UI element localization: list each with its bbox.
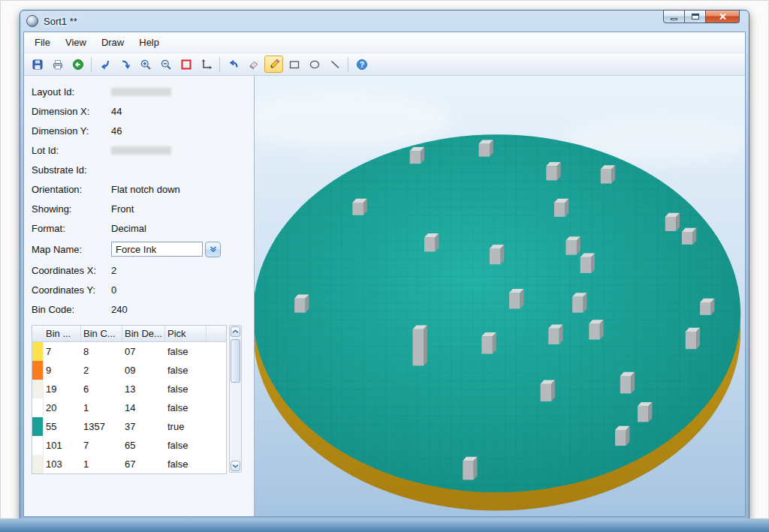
scroll-down-icon bbox=[232, 464, 239, 468]
property-label: Map Name: bbox=[32, 244, 111, 255]
header-swatch-column[interactable] bbox=[32, 326, 44, 341]
redacted-value bbox=[111, 146, 171, 155]
table-row[interactable]: 20114false bbox=[32, 398, 226, 417]
property-lot-id: Lot Id: bbox=[32, 140, 248, 160]
pencil-icon bbox=[268, 59, 280, 71]
table-cell: 103 bbox=[44, 455, 81, 473]
wafer-3d-render[interactable] bbox=[255, 76, 745, 516]
bin-table-header: Bin ... Bin C... Bin De... Pick bbox=[32, 326, 226, 342]
scroll-down-button[interactable] bbox=[231, 461, 240, 471]
scroll-up-button[interactable] bbox=[231, 326, 240, 337]
table-row[interactable]: 101765false bbox=[32, 436, 226, 455]
zoom-out-button[interactable] bbox=[156, 56, 175, 73]
property-value: 2 bbox=[111, 265, 116, 276]
app-icon bbox=[26, 15, 38, 27]
property-showing: Showing: Front bbox=[32, 199, 248, 218]
minimize-icon bbox=[671, 18, 677, 20]
table-cell: true bbox=[165, 417, 207, 436]
header-bin-count[interactable]: Bin C... bbox=[81, 326, 122, 341]
wafer-view[interactable] bbox=[255, 76, 745, 516]
line-tool-button[interactable] bbox=[325, 56, 344, 73]
property-coordinates-y: Coordinates Y: 0 bbox=[32, 280, 248, 299]
rotate-tool-button[interactable] bbox=[116, 56, 134, 73]
table-row[interactable]: 103167false bbox=[32, 455, 226, 473]
maximize-button[interactable] bbox=[685, 10, 706, 23]
table-cell: false bbox=[165, 455, 207, 473]
property-label: Coordinates X: bbox=[32, 265, 111, 276]
eraser-button[interactable] bbox=[244, 56, 263, 73]
property-orientation: Orientation: Flat notch down bbox=[32, 179, 248, 199]
table-cell: 55 bbox=[44, 417, 81, 436]
chevron-down-icon bbox=[210, 246, 217, 252]
save-icon bbox=[32, 59, 44, 71]
table-row[interactable]: 9209false bbox=[32, 361, 226, 380]
menu-file[interactable]: File bbox=[28, 35, 57, 50]
back-button[interactable] bbox=[68, 56, 87, 73]
table-row[interactable]: 55135737true bbox=[32, 417, 226, 436]
undo-button[interactable] bbox=[224, 56, 243, 73]
undo-icon bbox=[228, 59, 240, 71]
axis-button[interactable] bbox=[197, 56, 216, 73]
zoom-in-button[interactable] bbox=[136, 56, 155, 73]
table-cell: 37 bbox=[122, 417, 165, 436]
property-value: Flat notch down bbox=[111, 184, 180, 195]
table-row[interactable]: 7807false bbox=[32, 342, 226, 361]
titlebar[interactable]: Sort1 ** bbox=[23, 11, 746, 32]
select-region-button[interactable] bbox=[176, 56, 195, 73]
table-cell: false bbox=[165, 398, 207, 417]
pencil-button[interactable] bbox=[264, 56, 283, 73]
menu-view[interactable]: View bbox=[59, 35, 93, 50]
ellipse-tool-button[interactable] bbox=[305, 56, 324, 73]
redacted-value bbox=[111, 88, 171, 96]
line-icon bbox=[329, 59, 341, 71]
help-button[interactable]: ? bbox=[352, 56, 371, 73]
property-value: 46 bbox=[111, 125, 122, 137]
property-dimension-x: Dimension X: 44 bbox=[32, 101, 248, 121]
table-cell: false bbox=[165, 380, 207, 398]
property-format: Format: Decimal bbox=[32, 218, 248, 238]
print-icon bbox=[52, 59, 64, 71]
bin-color-swatch bbox=[32, 361, 44, 380]
zoom-in-icon bbox=[140, 59, 152, 71]
header-bin[interactable]: Bin ... bbox=[44, 326, 81, 341]
flip-tool-button[interactable] bbox=[95, 56, 114, 73]
bin-color-swatch bbox=[32, 455, 44, 473]
menubar: File View Draw Help bbox=[24, 32, 745, 53]
back-icon bbox=[72, 59, 84, 71]
close-button[interactable] bbox=[706, 10, 740, 23]
eraser-icon bbox=[248, 59, 260, 71]
menu-help[interactable]: Help bbox=[132, 35, 166, 50]
map-name-field[interactable]: Force Ink bbox=[111, 242, 203, 257]
table-cell: 20 bbox=[44, 398, 81, 417]
bin-color-swatch bbox=[32, 342, 44, 361]
header-pick[interactable]: Pick bbox=[165, 326, 207, 341]
print-button[interactable] bbox=[48, 56, 67, 73]
table-cell: 07 bbox=[122, 342, 165, 361]
map-name-dropdown-button[interactable] bbox=[205, 242, 221, 257]
property-label: Substrate Id: bbox=[32, 164, 111, 176]
table-cell: 101 bbox=[44, 436, 81, 455]
bin-table: Bin ... Bin C... Bin De... Pick 7807fals… bbox=[32, 325, 227, 474]
property-label: Bin Code: bbox=[32, 304, 111, 315]
table-cell: false bbox=[165, 342, 207, 361]
table-cell: 6 bbox=[81, 380, 122, 398]
scrollbar-thumb[interactable] bbox=[231, 339, 240, 383]
rectangle-tool-button[interactable] bbox=[285, 56, 303, 73]
property-value: 240 bbox=[111, 304, 128, 315]
table-cell: 1357 bbox=[81, 417, 122, 436]
main-content: Layout Id: Dimension X: 44 Dimension Y: … bbox=[24, 76, 745, 516]
table-row[interactable]: 19613false bbox=[32, 380, 226, 398]
toolbar: ? bbox=[24, 53, 745, 76]
minimize-button[interactable] bbox=[663, 10, 685, 23]
save-button[interactable] bbox=[28, 56, 47, 73]
rectangle-icon bbox=[288, 59, 300, 71]
app-window: Sort1 ** File View Draw Help bbox=[20, 10, 749, 521]
menu-draw[interactable]: Draw bbox=[95, 35, 131, 50]
table-cell: 7 bbox=[44, 342, 81, 361]
bin-table-scrollbar[interactable] bbox=[229, 325, 242, 473]
property-value: Decimal bbox=[111, 223, 146, 234]
property-layout-id: Layout Id: bbox=[32, 82, 248, 101]
desktop-background bbox=[0, 518, 769, 532]
axis-icon bbox=[201, 59, 213, 71]
header-bin-desc[interactable]: Bin De... bbox=[122, 326, 165, 341]
